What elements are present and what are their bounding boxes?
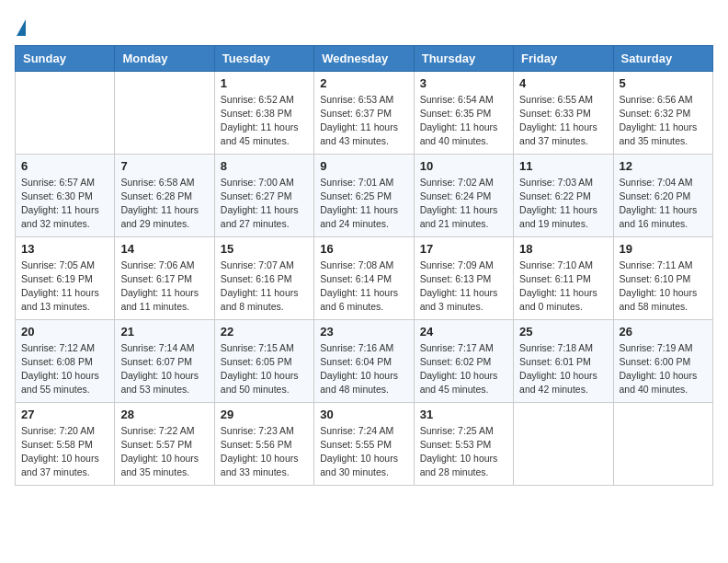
- day-number: 9: [320, 159, 407, 173]
- day-info: Sunrise: 7:25 AM Sunset: 5:53 PM Dayligh…: [420, 424, 507, 480]
- day-of-week-header: Monday: [115, 45, 214, 71]
- calendar-cell: 18Sunrise: 7:10 AM Sunset: 6:11 PM Dayli…: [514, 236, 613, 319]
- calendar-cell: 16Sunrise: 7:08 AM Sunset: 6:14 PM Dayli…: [314, 236, 414, 319]
- day-info: Sunrise: 7:24 AM Sunset: 5:55 PM Dayligh…: [320, 424, 407, 480]
- calendar-cell: 4Sunrise: 6:55 AM Sunset: 6:33 PM Daylig…: [514, 71, 613, 154]
- calendar-cell: 9Sunrise: 7:01 AM Sunset: 6:25 PM Daylig…: [314, 154, 414, 236]
- calendar-cell: 17Sunrise: 7:09 AM Sunset: 6:13 PM Dayli…: [414, 236, 513, 319]
- day-number: 14: [120, 242, 208, 256]
- calendar-cell: 25Sunrise: 7:18 AM Sunset: 6:01 PM Dayli…: [514, 319, 613, 402]
- calendar-cell: 31Sunrise: 7:25 AM Sunset: 5:53 PM Dayli…: [414, 402, 513, 485]
- day-number: 16: [320, 242, 407, 256]
- calendar-week-row: 13Sunrise: 7:05 AM Sunset: 6:19 PM Dayli…: [16, 236, 713, 319]
- calendar-header-row: SundayMondayTuesdayWednesdayThursdayFrid…: [16, 45, 713, 71]
- day-info: Sunrise: 7:09 AM Sunset: 6:13 PM Dayligh…: [420, 259, 507, 315]
- day-info: Sunrise: 7:07 AM Sunset: 6:16 PM Dayligh…: [221, 259, 308, 315]
- day-info: Sunrise: 7:01 AM Sunset: 6:25 PM Dayligh…: [320, 176, 407, 232]
- calendar-cell: 24Sunrise: 7:17 AM Sunset: 6:02 PM Dayli…: [414, 319, 513, 402]
- day-number: 20: [21, 325, 108, 339]
- day-number: 10: [420, 159, 507, 173]
- calendar-cell: 20Sunrise: 7:12 AM Sunset: 6:08 PM Dayli…: [16, 319, 115, 402]
- day-of-week-header: Tuesday: [214, 45, 313, 71]
- day-number: 17: [420, 242, 507, 256]
- day-info: Sunrise: 7:22 AM Sunset: 5:57 PM Dayligh…: [120, 424, 208, 480]
- day-number: 29: [221, 408, 308, 421]
- day-number: 30: [320, 408, 407, 421]
- logo-general: [15, 15, 26, 36]
- day-info: Sunrise: 7:10 AM Sunset: 6:11 PM Dayligh…: [519, 259, 607, 315]
- day-info: Sunrise: 7:23 AM Sunset: 5:56 PM Dayligh…: [221, 424, 308, 480]
- day-info: Sunrise: 7:16 AM Sunset: 6:04 PM Dayligh…: [320, 341, 407, 397]
- calendar-week-row: 20Sunrise: 7:12 AM Sunset: 6:08 PM Dayli…: [16, 319, 713, 402]
- day-number: 31: [420, 408, 507, 421]
- day-of-week-header: Friday: [514, 45, 613, 71]
- calendar-cell: 2Sunrise: 6:53 AM Sunset: 6:37 PM Daylig…: [314, 71, 414, 154]
- day-info: Sunrise: 6:53 AM Sunset: 6:37 PM Dayligh…: [320, 93, 407, 149]
- logo: [15, 15, 26, 36]
- day-info: Sunrise: 6:55 AM Sunset: 6:33 PM Dayligh…: [519, 93, 607, 149]
- day-info: Sunrise: 6:52 AM Sunset: 6:38 PM Dayligh…: [221, 93, 308, 149]
- day-info: Sunrise: 7:02 AM Sunset: 6:24 PM Dayligh…: [420, 176, 507, 232]
- calendar-cell: 1Sunrise: 6:52 AM Sunset: 6:38 PM Daylig…: [214, 71, 313, 154]
- calendar-cell: 15Sunrise: 7:07 AM Sunset: 6:16 PM Dayli…: [214, 236, 313, 319]
- calendar-cell: 11Sunrise: 7:03 AM Sunset: 6:22 PM Dayli…: [514, 154, 613, 236]
- day-number: 18: [519, 242, 607, 256]
- day-number: 6: [21, 159, 108, 173]
- day-number: 27: [21, 408, 108, 421]
- calendar-week-row: 27Sunrise: 7:20 AM Sunset: 5:58 PM Dayli…: [16, 402, 713, 485]
- day-number: 8: [221, 159, 308, 173]
- day-of-week-header: Saturday: [613, 45, 712, 71]
- calendar-cell: 21Sunrise: 7:14 AM Sunset: 6:07 PM Dayli…: [115, 319, 214, 402]
- day-info: Sunrise: 7:08 AM Sunset: 6:14 PM Dayligh…: [320, 259, 407, 315]
- day-info: Sunrise: 6:54 AM Sunset: 6:35 PM Dayligh…: [420, 93, 507, 149]
- calendar-cell: 5Sunrise: 6:56 AM Sunset: 6:32 PM Daylig…: [613, 71, 712, 154]
- day-number: 2: [320, 76, 407, 90]
- calendar-cell: 6Sunrise: 6:57 AM Sunset: 6:30 PM Daylig…: [16, 154, 115, 236]
- day-number: 5: [620, 76, 707, 90]
- calendar-week-row: 1Sunrise: 6:52 AM Sunset: 6:38 PM Daylig…: [16, 71, 713, 154]
- calendar-table: SundayMondayTuesdayWednesdayThursdayFrid…: [15, 45, 713, 486]
- day-info: Sunrise: 6:57 AM Sunset: 6:30 PM Dayligh…: [21, 176, 108, 232]
- day-info: Sunrise: 7:03 AM Sunset: 6:22 PM Dayligh…: [519, 176, 607, 232]
- day-info: Sunrise: 7:06 AM Sunset: 6:17 PM Dayligh…: [120, 259, 208, 315]
- day-number: 12: [620, 159, 707, 173]
- calendar-cell: 22Sunrise: 7:15 AM Sunset: 6:05 PM Dayli…: [214, 319, 313, 402]
- day-of-week-header: Wednesday: [314, 45, 414, 71]
- calendar-cell: 3Sunrise: 6:54 AM Sunset: 6:35 PM Daylig…: [414, 71, 513, 154]
- calendar-cell: 29Sunrise: 7:23 AM Sunset: 5:56 PM Dayli…: [214, 402, 313, 485]
- calendar-cell: [16, 71, 115, 154]
- day-info: Sunrise: 7:11 AM Sunset: 6:10 PM Dayligh…: [620, 259, 707, 315]
- calendar-cell: 23Sunrise: 7:16 AM Sunset: 6:04 PM Dayli…: [314, 319, 414, 402]
- calendar-cell: [115, 71, 214, 154]
- day-number: 21: [120, 325, 208, 339]
- day-number: 28: [120, 408, 208, 421]
- calendar-cell: 10Sunrise: 7:02 AM Sunset: 6:24 PM Dayli…: [414, 154, 513, 236]
- day-number: 23: [320, 325, 407, 339]
- calendar-week-row: 6Sunrise: 6:57 AM Sunset: 6:30 PM Daylig…: [16, 154, 713, 236]
- calendar-cell: 19Sunrise: 7:11 AM Sunset: 6:10 PM Dayli…: [613, 236, 712, 319]
- day-info: Sunrise: 7:17 AM Sunset: 6:02 PM Dayligh…: [420, 341, 507, 397]
- day-number: 4: [519, 76, 607, 90]
- logo-triangle-icon: [17, 19, 26, 36]
- calendar-cell: [613, 402, 712, 485]
- day-info: Sunrise: 7:20 AM Sunset: 5:58 PM Dayligh…: [21, 424, 108, 480]
- day-of-week-header: Thursday: [414, 45, 513, 71]
- day-info: Sunrise: 6:56 AM Sunset: 6:32 PM Dayligh…: [620, 93, 707, 149]
- day-number: 26: [620, 325, 707, 339]
- calendar-cell: 28Sunrise: 7:22 AM Sunset: 5:57 PM Dayli…: [115, 402, 214, 485]
- day-number: 11: [519, 159, 607, 173]
- calendar-cell: 30Sunrise: 7:24 AM Sunset: 5:55 PM Dayli…: [314, 402, 414, 485]
- day-info: Sunrise: 7:15 AM Sunset: 6:05 PM Dayligh…: [221, 341, 308, 397]
- day-info: Sunrise: 7:12 AM Sunset: 6:08 PM Dayligh…: [21, 341, 108, 397]
- day-number: 1: [221, 76, 308, 90]
- calendar-cell: 14Sunrise: 7:06 AM Sunset: 6:17 PM Dayli…: [115, 236, 214, 319]
- day-number: 19: [620, 242, 707, 256]
- day-info: Sunrise: 7:18 AM Sunset: 6:01 PM Dayligh…: [519, 341, 607, 397]
- day-info: Sunrise: 6:58 AM Sunset: 6:28 PM Dayligh…: [120, 176, 208, 232]
- day-number: 24: [420, 325, 507, 339]
- calendar-cell: 8Sunrise: 7:00 AM Sunset: 6:27 PM Daylig…: [214, 154, 313, 236]
- day-number: 3: [420, 76, 507, 90]
- day-of-week-header: Sunday: [16, 45, 115, 71]
- day-info: Sunrise: 7:19 AM Sunset: 6:00 PM Dayligh…: [620, 341, 707, 397]
- day-number: 25: [519, 325, 607, 339]
